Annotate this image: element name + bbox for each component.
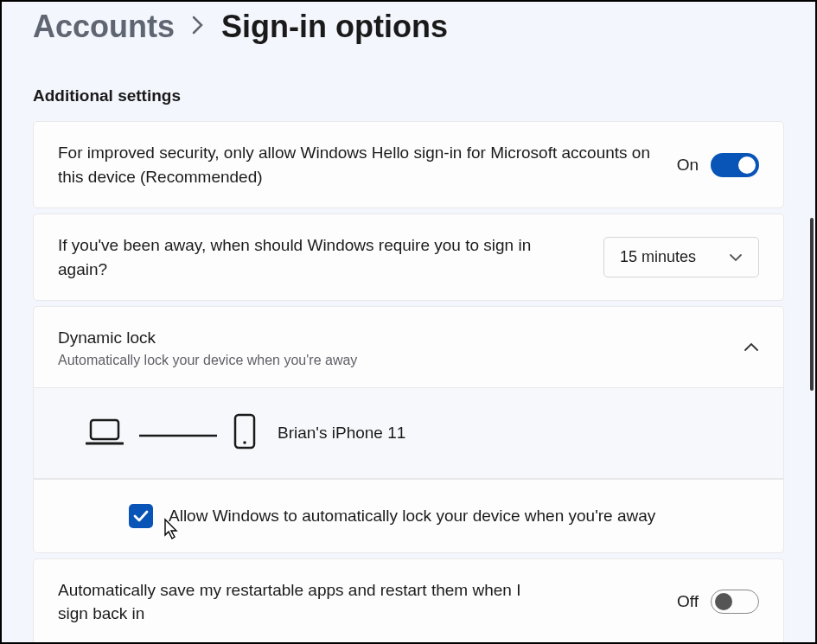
chevron-right-icon xyxy=(192,14,204,41)
dynamic-lock-expander: Dynamic lock Automatically lock your dev… xyxy=(33,306,784,480)
svg-point-4 xyxy=(243,441,246,444)
connection-line-icon xyxy=(139,425,217,441)
require-signin-text: If you've been away, when should Windows… xyxy=(58,233,583,281)
paired-device-row: Brian's iPhone 11 xyxy=(34,388,783,479)
svg-rect-0 xyxy=(91,420,118,439)
require-signin-card: If you've been away, when should Windows… xyxy=(33,214,784,301)
dynamic-lock-checkbox-label: Allow Windows to automatically lock your… xyxy=(169,507,655,526)
dynamic-lock-checkbox-row: Allow Windows to automatically lock your… xyxy=(33,480,784,553)
breadcrumb-parent[interactable]: Accounts xyxy=(33,9,175,45)
hello-toggle-label: On xyxy=(677,156,699,175)
require-signin-dropdown[interactable]: 15 minutes xyxy=(603,237,759,277)
dynamic-lock-title: Dynamic lock xyxy=(58,326,357,350)
restart-apps-toggle[interactable] xyxy=(711,590,759,614)
dynamic-lock-subtitle: Automatically lock your device when you'… xyxy=(58,353,357,368)
laptop-icon xyxy=(86,417,124,450)
hello-signin-card: For improved security, only allow Window… xyxy=(33,121,784,208)
breadcrumb: Accounts Sign-in options xyxy=(33,2,784,45)
dynamic-lock-header[interactable]: Dynamic lock Automatically lock your dev… xyxy=(34,307,783,387)
hello-toggle[interactable] xyxy=(711,153,759,177)
chevron-down-icon xyxy=(729,253,743,262)
page-title: Sign-in options xyxy=(221,9,448,45)
restart-apps-text: Automatically save my restartable apps a… xyxy=(58,578,525,626)
dynamic-lock-body: Brian's iPhone 11 xyxy=(34,387,783,479)
restart-apps-card: Automatically save my restartable apps a… xyxy=(33,558,784,644)
chevron-up-icon xyxy=(744,342,759,352)
phone-icon xyxy=(233,412,257,454)
scrollbar[interactable] xyxy=(810,218,814,391)
restart-apps-toggle-label: Off xyxy=(677,592,699,611)
section-header: Additional settings xyxy=(33,86,784,105)
dropdown-value: 15 minutes xyxy=(620,248,696,266)
paired-device-name: Brian's iPhone 11 xyxy=(278,424,405,443)
dynamic-lock-checkbox[interactable] xyxy=(129,504,153,528)
hello-signin-text: For improved security, only allow Window… xyxy=(58,141,656,188)
